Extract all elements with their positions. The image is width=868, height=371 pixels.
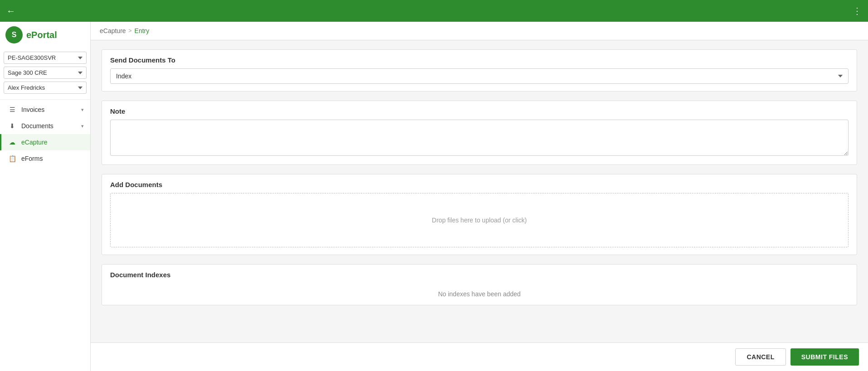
- send-to-select[interactable]: Index: [110, 68, 849, 84]
- document-indexes-section: Document Indexes No indexes have been ad…: [102, 264, 857, 305]
- eforms-icon: 📋: [8, 155, 17, 162]
- sidebar-dropdowns: PE-SAGE300SVR Sage 300 CRE Alex Fredrick…: [0, 48, 90, 97]
- drop-zone-text: Drop files here to upload (or click): [432, 217, 527, 224]
- documents-icon: ⬇: [8, 122, 17, 130]
- add-documents-body: Drop files here to upload (or click): [102, 193, 857, 255]
- cancel-button[interactable]: CANCEL: [735, 348, 786, 366]
- sidebar-item-eforms[interactable]: 📋 eForms: [0, 150, 90, 167]
- note-body: [102, 120, 857, 164]
- add-documents-heading: Add Documents: [102, 174, 857, 193]
- invoices-icon: ☰: [8, 106, 17, 113]
- chevron-down-icon: ▾: [81, 123, 84, 129]
- page-content: Send Documents To Index Note Add Documen…: [91, 40, 868, 342]
- logo-text: ePortal: [26, 30, 57, 40]
- logo-icon: S: [5, 26, 23, 43]
- sidebar-logo: S ePortal: [0, 22, 90, 48]
- send-documents-heading: Send Documents To: [102, 50, 857, 68]
- sidebar-item-invoices[interactable]: ☰ Invoices ▾: [0, 101, 90, 118]
- product-select[interactable]: Sage 300 CRE: [4, 67, 87, 79]
- chevron-down-icon: ▾: [81, 107, 84, 113]
- ecapture-icon: ☁: [8, 139, 17, 146]
- note-section: Note: [102, 101, 857, 165]
- main-content: eCapture > Entry Send Documents To Index…: [91, 22, 868, 371]
- breadcrumb-separator: >: [129, 28, 132, 34]
- header-left: ←: [6, 6, 15, 15]
- send-documents-body: Index: [102, 68, 857, 91]
- footer-bar: CANCEL SUBMIT FILES: [91, 342, 868, 371]
- sidebar-item-documents[interactable]: ⬇ Documents ▾: [0, 118, 90, 134]
- top-header: ← ⋮: [0, 0, 868, 22]
- sidebar: S ePortal PE-SAGE300SVR Sage 300 CRE Ale…: [0, 22, 91, 371]
- invoices-label: Invoices: [21, 106, 44, 113]
- no-indexes-text: No indexes have been added: [102, 283, 857, 305]
- breadcrumb: eCapture > Entry: [91, 22, 868, 40]
- eforms-label: eForms: [21, 155, 43, 162]
- more-menu-button[interactable]: ⋮: [853, 5, 862, 16]
- user-select[interactable]: Alex Fredricks: [4, 82, 87, 94]
- note-textarea[interactable]: [110, 120, 849, 156]
- breadcrumb-parent: eCapture: [100, 27, 126, 34]
- breadcrumb-current: Entry: [135, 27, 150, 34]
- note-heading: Note: [102, 101, 857, 120]
- send-documents-section: Send Documents To Index: [102, 49, 857, 92]
- back-button[interactable]: ←: [6, 6, 15, 15]
- server-select[interactable]: PE-SAGE300SVR: [4, 52, 87, 64]
- file-drop-zone[interactable]: Drop files here to upload (or click): [110, 193, 849, 247]
- app-body: S ePortal PE-SAGE300SVR Sage 300 CRE Ale…: [0, 22, 868, 371]
- document-indexes-heading: Document Indexes: [102, 265, 857, 283]
- sidebar-divider: [0, 99, 90, 100]
- documents-label: Documents: [21, 122, 53, 130]
- sidebar-item-ecapture[interactable]: ☁ eCapture: [0, 134, 90, 150]
- submit-button[interactable]: SUBMIT FILES: [790, 348, 859, 366]
- add-documents-section: Add Documents Drop files here to upload …: [102, 174, 857, 255]
- ecapture-label: eCapture: [21, 139, 48, 146]
